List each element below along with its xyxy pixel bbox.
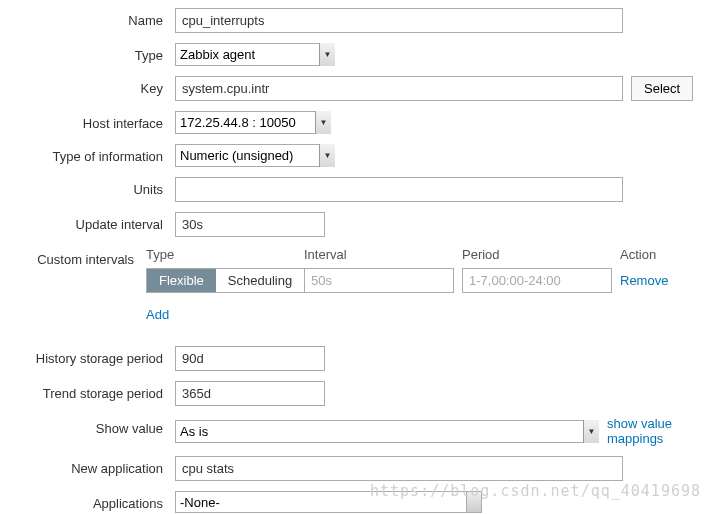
scheduling-toggle[interactable]: Scheduling <box>216 269 304 292</box>
applications-label: Applications <box>0 491 175 511</box>
type-info-select[interactable]: Numeric (unsigned) <box>175 144 335 167</box>
new-application-label: New application <box>0 456 175 476</box>
trend-input[interactable] <box>175 381 325 406</box>
key-label: Key <box>0 76 175 96</box>
interval-col-action: Action <box>620 247 656 262</box>
history-input[interactable] <box>175 346 325 371</box>
show-value-label: Show value <box>0 416 175 436</box>
name-input[interactable] <box>175 8 623 33</box>
interval-col-interval: Interval <box>304 247 462 262</box>
key-input[interactable] <box>175 76 623 101</box>
update-interval-input[interactable] <box>175 212 325 237</box>
type-info-label: Type of information <box>0 144 175 164</box>
units-input[interactable] <box>175 177 623 202</box>
custom-intervals-label: Custom intervals <box>0 247 146 267</box>
new-application-input[interactable] <box>175 456 623 481</box>
trend-label: Trend storage period <box>0 381 175 401</box>
interval-col-period: Period <box>462 247 620 262</box>
remove-link[interactable]: Remove <box>620 273 668 288</box>
show-value-select[interactable]: As is <box>175 420 599 443</box>
name-label: Name <box>0 8 175 28</box>
scrollbar-icon <box>466 491 482 513</box>
host-interface-select[interactable]: 172.25.44.8 : 10050 <box>175 111 331 134</box>
interval-type-toggle[interactable]: Flexible Scheduling <box>146 268 305 293</box>
units-label: Units <box>0 177 175 197</box>
interval-value-input[interactable] <box>304 268 454 293</box>
interval-period-input[interactable] <box>462 268 612 293</box>
flexible-toggle[interactable]: Flexible <box>147 269 216 292</box>
show-value-mappings-link[interactable]: show value mappings <box>607 416 711 446</box>
select-button[interactable]: Select <box>631 76 693 101</box>
update-interval-label: Update interval <box>0 212 175 232</box>
history-label: History storage period <box>0 346 175 366</box>
type-select[interactable]: Zabbix agent <box>175 43 335 66</box>
add-interval-link[interactable]: Add <box>146 307 169 322</box>
interval-col-type: Type <box>146 247 304 262</box>
applications-listbox[interactable]: -None- <box>175 491 467 513</box>
host-interface-label: Host interface <box>0 111 175 131</box>
type-label: Type <box>0 43 175 63</box>
